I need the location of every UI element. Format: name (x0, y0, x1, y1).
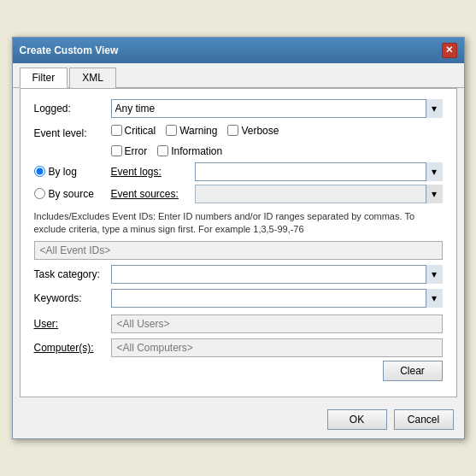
task-category-row: Task category: ▾ (34, 265, 443, 284)
warning-checkbox-label[interactable]: Warning (166, 125, 217, 137)
event-sources-dropdown[interactable] (195, 185, 443, 203)
keywords-row: Keywords: ▾ (34, 289, 443, 308)
warning-checkbox[interactable] (166, 125, 177, 136)
tab-filter[interactable]: Filter (20, 68, 68, 88)
keywords-dropdown[interactable] (111, 289, 443, 308)
event-level-label: Event level: (34, 127, 111, 139)
logged-dropdown-container: Any time ▾ (111, 99, 443, 118)
event-logs-label: Event logs: (111, 166, 188, 178)
logged-row: Logged: Any time ▾ (34, 99, 443, 118)
computers-input[interactable] (111, 338, 443, 357)
event-level-checkboxes-row1: Critical Warning Verbose (111, 125, 279, 137)
event-sources-label: Event sources: (111, 188, 188, 200)
warning-label: Warning (179, 125, 217, 137)
event-ids-row (34, 241, 443, 260)
description-text: Includes/Excludes Event IDs: Enter ID nu… (34, 210, 443, 237)
cancel-button[interactable]: Cancel (394, 409, 454, 430)
by-log-radio[interactable] (34, 166, 45, 177)
filter-content: Logged: Any time ▾ Event level: Critical… (20, 88, 457, 398)
keywords-label: Keywords: (34, 292, 111, 304)
close-button[interactable]: ✕ (442, 43, 457, 58)
task-category-dropdown-container: ▾ (111, 265, 443, 284)
critical-label: Critical (125, 125, 156, 137)
create-custom-view-dialog: Create Custom View ✕ Filter XML Logged: … (12, 37, 465, 440)
tab-xml[interactable]: XML (69, 68, 116, 88)
event-sources-dropdown-container: ▾ (195, 185, 443, 203)
event-logs-dropdown[interactable] (195, 162, 443, 181)
event-level-row: Event level: Critical Warning Verbose (34, 125, 443, 142)
error-label: Error (125, 145, 148, 157)
by-log-row: By log Event logs: ▾ (34, 162, 443, 181)
event-ids-input[interactable] (34, 241, 443, 260)
information-checkbox[interactable] (157, 145, 168, 156)
user-label: User: (34, 318, 111, 330)
logged-label: Logged: (34, 103, 111, 115)
by-source-label: By source (49, 188, 94, 200)
title-bar: Create Custom View ✕ (13, 38, 464, 63)
task-category-label: Task category: (34, 268, 111, 280)
dialog-footer: OK Cancel (13, 404, 464, 438)
by-source-radio-label[interactable]: By source (34, 188, 111, 200)
by-source-row: By source Event sources: ▾ (34, 185, 443, 203)
error-checkbox-label[interactable]: Error (111, 145, 148, 157)
dialog-title: Create Custom View (20, 44, 119, 56)
clear-row: Clear (34, 361, 443, 381)
logged-dropdown[interactable]: Any time (111, 99, 443, 118)
task-category-dropdown[interactable] (111, 265, 443, 284)
by-log-label: By log (49, 166, 77, 178)
tab-bar: Filter XML (13, 63, 464, 88)
clear-button[interactable]: Clear (383, 361, 443, 381)
event-level-checkboxes-row2: Error Information (111, 145, 443, 157)
information-label: Information (171, 145, 222, 157)
verbose-label: Verbose (241, 125, 279, 137)
critical-checkbox-label[interactable]: Critical (111, 125, 156, 137)
user-row: User: (34, 314, 443, 333)
event-logs-dropdown-container: ▾ (195, 162, 443, 181)
user-input[interactable] (111, 314, 443, 333)
by-log-radio-label[interactable]: By log (34, 166, 111, 178)
verbose-checkbox-label[interactable]: Verbose (227, 125, 279, 137)
critical-checkbox[interactable] (111, 125, 122, 136)
keywords-dropdown-container: ▾ (111, 289, 443, 308)
verbose-checkbox[interactable] (227, 125, 238, 136)
computers-row: Computer(s): (34, 338, 443, 357)
information-checkbox-label[interactable]: Information (157, 145, 222, 157)
error-checkbox[interactable] (111, 145, 122, 156)
by-source-radio[interactable] (34, 188, 45, 199)
ok-button[interactable]: OK (327, 409, 387, 430)
computers-label: Computer(s): (34, 342, 111, 354)
